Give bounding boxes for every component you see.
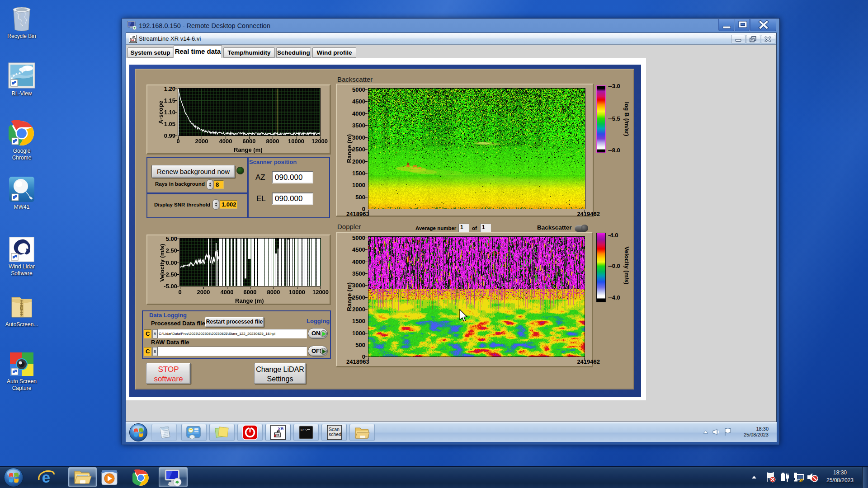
svg-text:sched: sched (329, 432, 341, 437)
svg-text:!: ! (801, 479, 802, 482)
svg-text:C:\: C:\ (301, 428, 307, 432)
